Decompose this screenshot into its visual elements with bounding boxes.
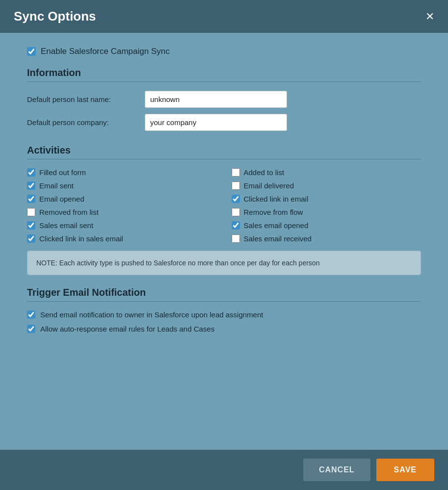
activity-clicked-link-in-sales-email-label: Clicked link in sales email [39,234,123,243]
lastname-label: Default person last name: [27,95,145,103]
activity-sales-email-opened-label: Sales email opened [244,221,309,230]
trigger-item-lead-assignment: Send email notification to owner in Sale… [27,310,421,319]
activity-email-sent-checkbox[interactable] [27,181,35,190]
activity-removed-from-list: Removed from list [27,208,217,216]
activity-added-to-list: Added to list [232,168,422,177]
activity-remove-from-flow: Remove from flow [232,208,422,216]
activity-email-delivered: Email delivered [232,181,422,190]
activity-sales-email-received: Sales email received [232,234,422,243]
trigger-lead-assignment-checkbox[interactable] [27,310,35,319]
enable-sync-row: Enable Salesforce Campaign Sync [27,47,421,56]
information-section-title: Information [27,67,421,82]
activity-sales-email-sent-label: Sales email sent [39,221,93,230]
activity-email-opened: Email opened [27,195,217,203]
company-input[interactable] [145,114,287,131]
trigger-auto-response-checkbox[interactable] [27,325,35,333]
activity-clicked-link-in-email-label: Clicked link in email [244,195,309,203]
activity-email-sent-label: Email sent [39,181,74,190]
activity-email-delivered-checkbox[interactable] [232,181,240,190]
activity-sales-email-sent: Sales email sent [27,221,217,230]
info-row-company: Default person company: [27,114,421,131]
sync-options-modal: Sync Options ✕ Enable Salesforce Campaig… [0,0,448,490]
lastname-input[interactable] [145,91,287,108]
activities-section-title: Activities [27,145,421,159]
note-text: NOTE: Each activity type is pushed to Sa… [36,259,319,267]
activity-clicked-link-in-email-checkbox[interactable] [232,195,240,203]
trigger-item-auto-response: Allow auto-response email rules for Lead… [27,325,421,333]
activity-filled-out-form: Filled out form [27,168,217,177]
company-label: Default person company: [27,118,145,127]
trigger-section: Trigger Email Notification Send email no… [27,287,421,333]
activity-filled-out-form-checkbox[interactable] [27,168,35,177]
trigger-section-title: Trigger Email Notification [27,287,421,302]
activity-sales-email-sent-checkbox[interactable] [27,221,35,230]
activity-added-to-list-checkbox[interactable] [232,168,240,177]
activity-email-sent: Email sent [27,181,217,190]
activity-sales-email-opened-checkbox[interactable] [232,221,240,230]
activity-clicked-link-in-sales-email-checkbox[interactable] [27,234,35,243]
activity-email-opened-checkbox[interactable] [27,195,35,203]
modal-header: Sync Options ✕ [0,0,448,33]
activity-sales-email-received-label: Sales email received [244,234,312,243]
activity-sales-email-received-checkbox[interactable] [232,234,240,243]
modal-body: Enable Salesforce Campaign Sync Informat… [0,33,448,450]
enable-sync-checkbox[interactable] [27,47,36,56]
close-button[interactable]: ✕ [425,11,434,22]
trigger-auto-response-label: Allow auto-response email rules for Lead… [40,325,214,333]
information-section: Information Default person last name: De… [27,67,421,131]
activity-clicked-link-in-email: Clicked link in email [232,195,422,203]
activity-clicked-link-in-sales-email: Clicked link in sales email [27,234,217,243]
activity-added-to-list-label: Added to list [244,168,285,177]
activity-remove-from-flow-checkbox[interactable] [232,208,240,216]
modal-title: Sync Options [14,9,96,24]
activity-remove-from-flow-label: Remove from flow [244,208,303,216]
activity-removed-from-list-checkbox[interactable] [27,208,35,216]
trigger-lead-assignment-label: Send email notification to owner in Sale… [40,310,263,319]
activity-email-delivered-label: Email delivered [244,181,294,190]
note-box: NOTE: Each activity type is pushed to Sa… [27,251,421,275]
activities-section: Activities Filled out form Added to list… [27,145,421,275]
info-row-lastname: Default person last name: [27,91,421,108]
modal-footer: CANCEL SAVE [0,450,448,490]
cancel-button[interactable]: CANCEL [303,459,370,481]
activity-email-opened-label: Email opened [39,195,84,203]
modal-overlay: Sync Options ✕ Enable Salesforce Campaig… [0,0,448,490]
activity-filled-out-form-label: Filled out form [39,168,86,177]
activity-removed-from-list-label: Removed from list [39,208,99,216]
save-button[interactable]: SAVE [376,459,434,481]
activities-grid: Filled out form Added to list Email sent… [27,168,421,243]
enable-sync-label: Enable Salesforce Campaign Sync [41,47,170,56]
activity-sales-email-opened: Sales email opened [232,221,422,230]
